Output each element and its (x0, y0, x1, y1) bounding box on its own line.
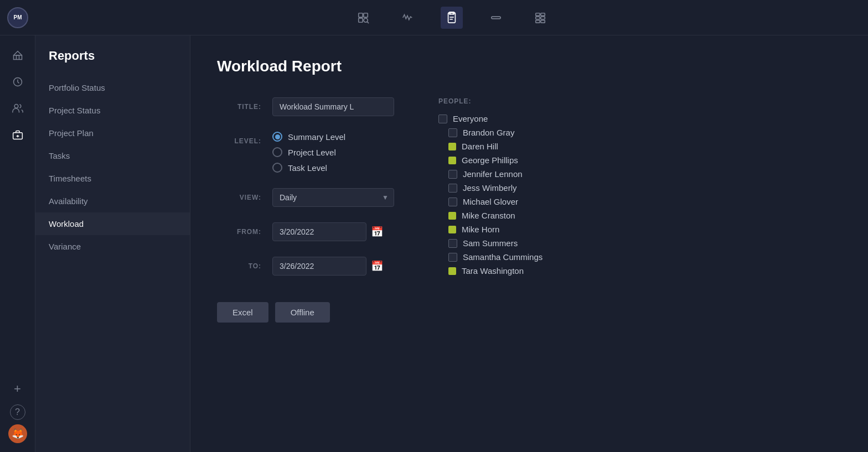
clock-icon[interactable] (7, 71, 29, 93)
checkbox-samantha-cummings-box (448, 253, 457, 262)
from-field: 📅 (272, 222, 394, 241)
level-project[interactable]: Project Level (272, 147, 394, 157)
svg-rect-12 (536, 13, 540, 15)
title-field (272, 97, 394, 116)
level-task[interactable]: Task Level (272, 163, 394, 173)
samantha-cummings-label: Samantha Cummings (463, 252, 542, 262)
svg-rect-15 (541, 17, 545, 19)
checkbox-george-phillips[interactable]: George Phillips (438, 155, 542, 165)
level-summary[interactable]: Summary Level (272, 132, 394, 142)
view-select[interactable]: Daily Weekly Monthly (272, 188, 394, 207)
search-zoom-icon[interactable] (352, 7, 374, 29)
button-row: Excel Offline (217, 302, 394, 323)
level-field: Summary Level Project Level Task Level (272, 132, 394, 173)
offline-button[interactable]: Offline (275, 302, 330, 323)
svg-rect-0 (359, 13, 363, 17)
sam-summers-label: Sam Summers (463, 238, 518, 248)
sidebar-bottom: + ? 🦊 (7, 378, 29, 452)
sidebar-item-workload[interactable]: Workload (35, 212, 190, 235)
calendar-from-icon[interactable]: 📅 (371, 226, 383, 238)
title-label: TITLE: (217, 97, 261, 111)
checkbox-michael-glover[interactable]: Michael Glover (438, 197, 542, 206)
reports-sidebar: Reports Portfolio Status Project Status … (35, 35, 190, 452)
excel-button[interactable]: Excel (217, 302, 268, 323)
checkbox-sam-summers-box (448, 239, 457, 248)
svg-rect-11 (492, 17, 501, 19)
michael-glover-label: Michael Glover (463, 197, 518, 206)
svg-rect-18 (13, 55, 22, 60)
checkbox-samantha-cummings[interactable]: Samantha Cummings (438, 252, 542, 262)
level-label: LEVEL: (217, 132, 261, 145)
view-field: Daily Weekly Monthly ▼ (272, 188, 394, 207)
user-avatar[interactable]: 🦊 (8, 424, 27, 443)
to-date-input[interactable] (272, 257, 366, 276)
svg-point-20 (14, 105, 18, 108)
checkbox-mike-horn[interactable]: Mike Horn (438, 225, 542, 234)
sidebar-item-project-status[interactable]: Project Status (35, 99, 190, 122)
people-list: Everyone Brandon Gray Daren Hill (438, 114, 542, 276)
radio-project-circle (272, 147, 282, 157)
calendar-to-icon[interactable]: 📅 (371, 260, 383, 272)
to-row: TO: 📅 (217, 257, 394, 276)
sidebar-item-timesheets[interactable]: Timesheets (35, 167, 190, 190)
minus-icon[interactable] (485, 7, 507, 29)
checkbox-everyone-box (438, 115, 447, 123)
checkbox-sam-summers[interactable]: Sam Summers (438, 238, 542, 248)
radio-summary-circle (272, 132, 282, 142)
radio-task-circle (272, 163, 282, 173)
page-title: Workload Report (217, 58, 841, 75)
top-nav (35, 7, 868, 29)
checkbox-brandon-gray[interactable]: Brandon Gray (438, 128, 542, 137)
title-row: TITLE: (217, 97, 394, 116)
checkbox-mike-cranston[interactable]: Mike Cranston (438, 211, 542, 220)
everyone-label: Everyone (453, 114, 488, 123)
to-label: TO: (217, 257, 261, 270)
checkbox-daren-hill[interactable]: Daren Hill (438, 142, 542, 151)
checkbox-jess-wimberly[interactable]: Jess Wimberly (438, 183, 542, 193)
people-label: PEOPLE: (438, 97, 542, 105)
svg-rect-1 (364, 13, 368, 17)
from-date-input[interactable] (272, 222, 366, 241)
sidebar-item-portfolio-status[interactable]: Portfolio Status (35, 76, 190, 99)
sidebar-item-project-plan[interactable]: Project Plan (35, 122, 190, 144)
add-icon[interactable]: + (7, 378, 29, 400)
george-phillips-label: George Phillips (462, 155, 518, 165)
view-label: VIEW: (217, 188, 261, 201)
sidebar-item-tasks[interactable]: Tasks (35, 144, 190, 167)
level-project-label: Project Level (288, 148, 336, 157)
checkbox-tara-washington[interactable]: Tara Washington (438, 266, 542, 276)
brandon-gray-label: Brandon Gray (463, 128, 514, 137)
people-icon[interactable] (7, 97, 29, 120)
svg-rect-16 (536, 20, 540, 23)
briefcase-icon[interactable] (7, 124, 29, 146)
svg-line-4 (367, 22, 369, 23)
mike-cranston-color (448, 212, 456, 220)
help-icon[interactable]: ? (10, 404, 25, 420)
sidebar-item-variance[interactable]: Variance (35, 235, 190, 258)
svg-rect-17 (541, 20, 545, 23)
activity-icon[interactable] (396, 7, 418, 29)
level-task-label: Task Level (288, 163, 327, 173)
daren-hill-label: Daren Hill (462, 142, 498, 151)
svg-point-3 (364, 18, 368, 22)
title-input[interactable] (272, 97, 394, 116)
layout-icon[interactable] (529, 7, 551, 29)
sidebar-item-availability[interactable]: Availability (35, 190, 190, 212)
level-summary-label: Summary Level (288, 132, 345, 142)
checkbox-michael-glover-box (448, 198, 457, 206)
home-icon[interactable] (7, 44, 29, 66)
pm-logo[interactable]: PM (7, 7, 28, 28)
svg-rect-13 (541, 13, 545, 15)
mike-horn-color (448, 226, 456, 233)
reports-title: Reports (35, 49, 190, 76)
mike-horn-label: Mike Horn (462, 225, 499, 234)
checkbox-everyone[interactable]: Everyone (438, 114, 542, 123)
clipboard-icon[interactable] (441, 7, 463, 29)
checkbox-jennifer-lennon[interactable]: Jennifer Lennon (438, 169, 542, 179)
view-row: VIEW: Daily Weekly Monthly ▼ (217, 188, 394, 207)
george-phillips-color (448, 157, 456, 164)
checkbox-jennifer-lennon-box (448, 170, 457, 179)
checkbox-jess-wimberly-box (448, 184, 457, 193)
jennifer-lennon-label: Jennifer Lennon (463, 169, 523, 179)
tara-washington-label: Tara Washington (462, 266, 524, 276)
